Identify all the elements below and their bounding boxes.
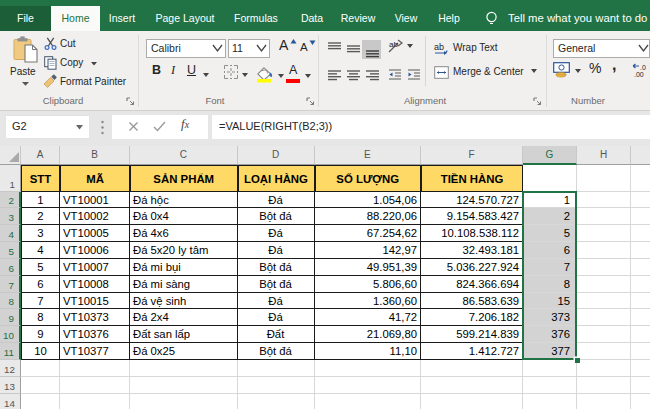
svg-text:ab: ab [434, 42, 444, 52]
svg-text:ab: ab [389, 40, 398, 49]
svg-text:.00: .00 [634, 71, 644, 78]
